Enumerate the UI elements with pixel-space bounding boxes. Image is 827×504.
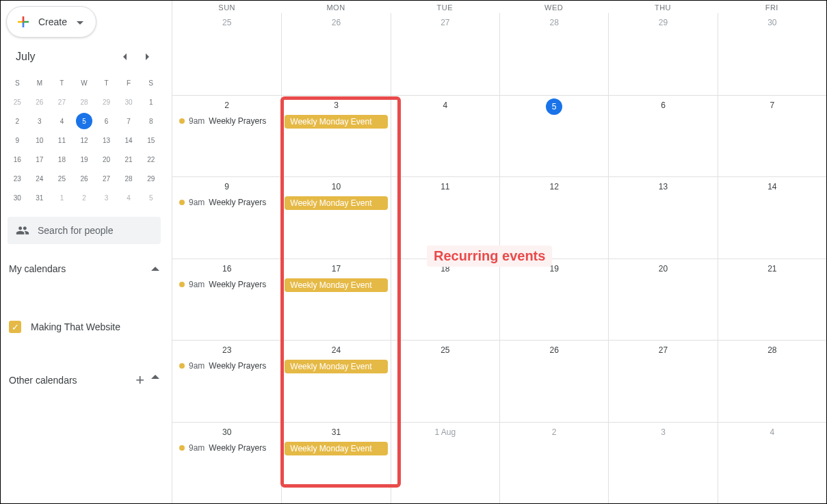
mini-day-cell[interactable]: 30 — [118, 92, 140, 111]
day-cell[interactable]: 24Weekly Monday Event — [281, 340, 390, 422]
mini-day-cell[interactable]: 4 — [51, 111, 73, 131]
day-cell[interactable]: 4 — [391, 95, 499, 177]
day-cell[interactable]: 27 — [391, 13, 499, 95]
mini-day-cell[interactable]: 28 — [118, 169, 140, 188]
mini-day-cell[interactable]: 29 — [95, 92, 118, 111]
day-cell[interactable]: 20 — [608, 258, 717, 341]
mini-day-cell[interactable]: 4 — [118, 188, 140, 207]
mini-day-cell[interactable]: 2 — [6, 111, 29, 131]
mini-day-cell[interactable]: 9 — [6, 131, 29, 150]
event-weekly-prayers[interactable]: 9amWeekly Prayers — [175, 196, 278, 209]
mini-next-button[interactable] — [137, 47, 157, 66]
event-weekly-monday[interactable]: Weekly Monday Event — [285, 278, 387, 292]
date-number: 14 — [718, 180, 826, 194]
other-calendars-header[interactable]: Other calendars + — [6, 362, 162, 393]
day-cell[interactable]: 14 — [718, 176, 826, 258]
day-cell[interactable]: 26 — [499, 340, 608, 422]
day-cell[interactable]: 1 Aug — [391, 422, 499, 504]
day-cell[interactable]: 4 — [718, 422, 826, 504]
mini-day-cell[interactable]: 21 — [118, 150, 140, 169]
mini-day-cell[interactable]: 31 — [29, 188, 51, 207]
calendar-item[interactable]: Making That Website — [6, 317, 162, 337]
mini-day-cell[interactable]: 28 — [73, 92, 96, 111]
mini-day-cell[interactable]: 1 — [51, 188, 73, 207]
calendar-checkbox[interactable] — [9, 321, 21, 333]
mini-day-cell[interactable]: 3 — [95, 188, 118, 207]
day-cell[interactable]: 7 — [718, 95, 826, 177]
mini-day-cell[interactable]: 20 — [95, 150, 118, 169]
day-cell[interactable]: 21 — [718, 258, 826, 341]
day-cell[interactable]: 2 — [499, 422, 608, 504]
mini-day-cell[interactable]: 30 — [6, 188, 29, 207]
mini-prev-button[interactable] — [116, 47, 135, 66]
event-weekly-prayers[interactable]: 9amWeekly Prayers — [175, 115, 278, 127]
day-cell[interactable]: 26 — [281, 13, 390, 95]
mini-day-cell[interactable]: 3 — [29, 111, 51, 131]
day-cell[interactable]: 25 — [391, 340, 499, 422]
day-cell[interactable]: 11 — [391, 176, 499, 258]
mini-day-cell[interactable]: 16 — [6, 150, 29, 169]
day-cell[interactable]: 239amWeekly Prayers — [172, 340, 281, 422]
day-cell[interactable]: 29 — [608, 13, 717, 95]
mini-day-cell[interactable]: 25 — [51, 169, 73, 188]
day-cell[interactable]: 28 — [718, 340, 826, 422]
event-weekly-prayers[interactable]: 9amWeekly Prayers — [175, 442, 278, 454]
day-cell[interactable]: 29amWeekly Prayers — [172, 95, 281, 177]
mini-day-cell[interactable]: 5 — [73, 111, 96, 131]
mini-day-cell[interactable]: 18 — [51, 150, 73, 169]
mini-day-cell[interactable]: 26 — [73, 169, 96, 188]
mini-calendar[interactable]: SMTWTFS252627282930123456789101112131415… — [6, 73, 162, 207]
mini-day-cell[interactable]: 24 — [29, 169, 51, 188]
mini-day-cell[interactable]: 12 — [73, 131, 96, 150]
day-cell[interactable]: 5 — [499, 95, 608, 177]
mini-day-cell[interactable]: 6 — [95, 111, 118, 131]
day-cell[interactable]: 3 — [608, 422, 717, 504]
event-weekly-monday[interactable]: Weekly Monday Event — [285, 360, 387, 373]
mini-day-cell[interactable]: 5 — [140, 188, 162, 207]
event-weekly-monday[interactable]: Weekly Monday Event — [285, 196, 387, 210]
day-cell[interactable]: 30 — [718, 13, 826, 95]
event-weekly-prayers[interactable]: 9amWeekly Prayers — [175, 278, 278, 291]
mini-day-cell[interactable]: 8 — [140, 111, 162, 131]
event-weekly-monday[interactable]: Weekly Monday Event — [285, 115, 387, 129]
event-weekly-prayers[interactable]: 9amWeekly Prayers — [175, 360, 278, 372]
day-cell[interactable]: 17Weekly Monday Event — [281, 258, 390, 341]
mini-day-cell[interactable]: 19 — [73, 150, 96, 169]
mini-day-cell[interactable]: 22 — [140, 150, 162, 169]
event-weekly-monday[interactable]: Weekly Monday Event — [285, 442, 387, 455]
day-cell[interactable]: 31Weekly Monday Event — [281, 422, 390, 504]
day-cell[interactable]: 309amWeekly Prayers — [172, 422, 281, 504]
day-cell[interactable]: 28 — [499, 13, 608, 95]
day-cell[interactable]: 13 — [608, 176, 717, 258]
mini-day-cell[interactable]: 14 — [118, 131, 140, 150]
day-cell[interactable]: 99amWeekly Prayers — [172, 176, 281, 258]
day-cell[interactable]: 6 — [608, 95, 717, 177]
day-cell[interactable]: 12 — [499, 176, 608, 258]
add-calendar-button[interactable]: + — [135, 371, 144, 389]
mini-day-cell[interactable]: 13 — [95, 131, 118, 150]
search-people-input[interactable]: Search for people — [8, 217, 161, 244]
day-cell[interactable]: 18 — [391, 258, 499, 341]
my-calendars-header[interactable]: My calendars — [6, 254, 162, 278]
create-button[interactable]: Create — [6, 6, 96, 38]
mini-day-cell[interactable]: 27 — [95, 169, 118, 188]
mini-day-cell[interactable]: 23 — [6, 169, 29, 188]
date-number: 1 Aug — [391, 425, 499, 439]
mini-day-cell[interactable]: 11 — [51, 131, 73, 150]
mini-day-cell[interactable]: 25 — [6, 92, 29, 111]
mini-day-cell[interactable]: 29 — [140, 169, 162, 188]
day-cell[interactable]: 27 — [608, 340, 717, 422]
day-cell[interactable]: 10Weekly Monday Event — [281, 176, 390, 258]
day-cell[interactable]: 25 — [172, 13, 281, 95]
mini-day-cell[interactable]: 2 — [73, 188, 96, 207]
mini-day-cell[interactable]: 1 — [140, 92, 162, 111]
mini-day-cell[interactable]: 15 — [140, 131, 162, 150]
day-cell[interactable]: 19 — [499, 258, 608, 341]
mini-day-cell[interactable]: 17 — [29, 150, 51, 169]
mini-day-cell[interactable]: 10 — [29, 131, 51, 150]
mini-day-cell[interactable]: 27 — [51, 92, 73, 111]
day-cell[interactable]: 3Weekly Monday Event — [281, 95, 390, 177]
mini-day-cell[interactable]: 7 — [118, 111, 140, 131]
day-cell[interactable]: 169amWeekly Prayers — [172, 258, 281, 341]
mini-day-cell[interactable]: 26 — [29, 92, 51, 111]
